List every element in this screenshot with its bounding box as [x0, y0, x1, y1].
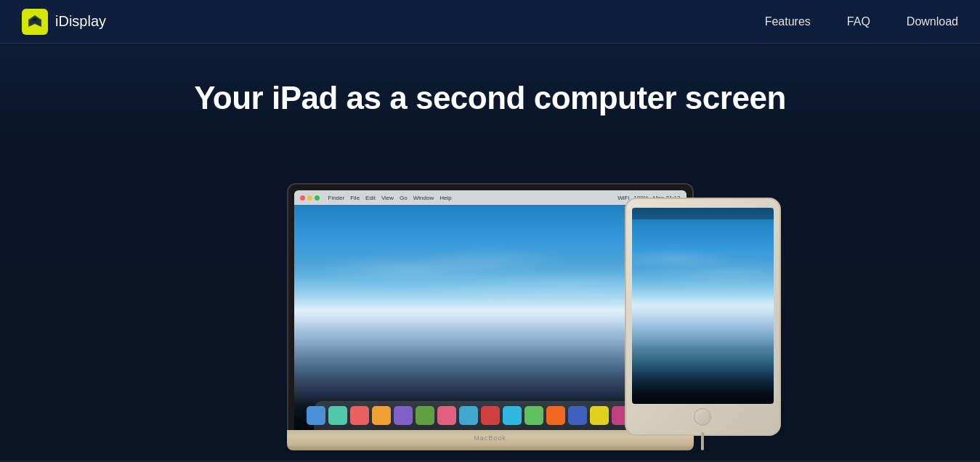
dock-icon-9 [481, 406, 500, 425]
ipad-home-button [694, 408, 711, 426]
nav-faq[interactable]: FAQ [847, 15, 870, 28]
nav-links: Features FAQ Download [765, 15, 958, 28]
dock-icon-3 [350, 406, 369, 425]
menu-window: Window [413, 195, 434, 201]
dock-icon-10 [503, 406, 522, 425]
ipad-cable [701, 432, 704, 450]
brand-name: iDisplay [55, 13, 106, 30]
menu-edit: Edit [365, 195, 376, 201]
dock-icon-5 [394, 406, 413, 425]
ipad-device [625, 198, 781, 436]
minimize-dot [307, 195, 312, 200]
menu-help: Help [440, 195, 451, 201]
menu-view: View [381, 195, 394, 201]
close-dot [300, 195, 305, 200]
brand-link[interactable]: iDisplay [22, 9, 106, 35]
hero-title: Your iPad as a second computer screen [194, 80, 786, 116]
ipad-clouds [632, 230, 774, 302]
macbook-label: MacBook [474, 434, 506, 442]
dock-icon-12 [546, 406, 565, 425]
ipad-screen [632, 208, 774, 404]
dock-icon-4 [372, 406, 391, 425]
dock-icon-13 [568, 406, 587, 425]
dock-icon-7 [437, 406, 456, 425]
ipad-status-bar [632, 208, 774, 219]
maximize-dot [315, 195, 320, 200]
nav-features[interactable]: Features [765, 15, 811, 28]
nav-download[interactable]: Download [907, 15, 958, 28]
navbar: iDisplay Features FAQ Download [0, 0, 980, 44]
dock-icon-11 [525, 406, 543, 425]
ipad-body [625, 198, 781, 436]
dock-icon-14 [590, 406, 609, 425]
menu-go: Go [400, 195, 408, 201]
dock-icon-8 [459, 406, 478, 425]
menu-finder: Finder [328, 195, 345, 201]
menubar-items: Finder File Edit View Go Window Help [328, 195, 452, 201]
dock-icon-2 [328, 406, 347, 425]
devices-illustration: Finder File Edit View Go Window Help WiF… [200, 145, 781, 450]
window-controls [300, 195, 320, 200]
brand-logo-icon [22, 9, 48, 35]
dock-icon-6 [416, 406, 434, 425]
menu-file: File [350, 195, 360, 201]
hero-section: Your iPad as a second computer screen Fi… [0, 0, 980, 462]
macbook-dock [314, 401, 667, 430]
dock-icon-1 [307, 406, 325, 425]
